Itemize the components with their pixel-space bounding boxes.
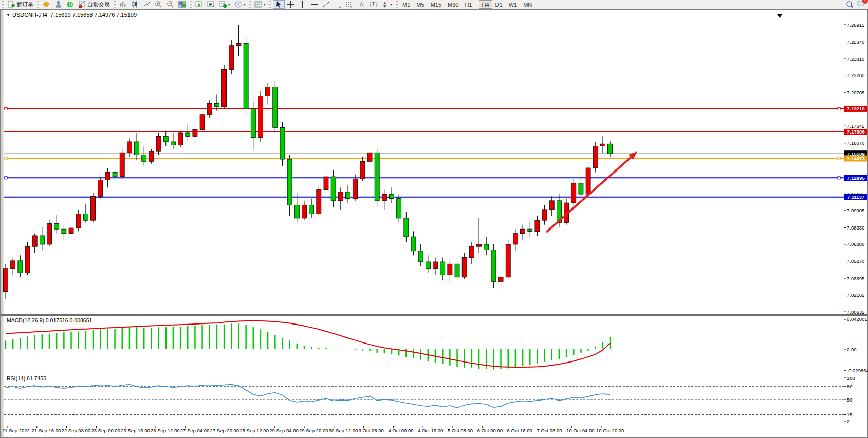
candle: [149, 151, 154, 161]
candle: [25, 246, 30, 273]
candle: [331, 177, 336, 201]
candle: [506, 244, 510, 277]
candle: [448, 264, 452, 275]
candle: [280, 127, 285, 159]
candle: [521, 229, 525, 234]
candle: [418, 251, 423, 262]
candle: [491, 250, 496, 282]
candle: [462, 257, 467, 277]
candle: [18, 261, 23, 273]
window-frame: [1, 10, 868, 438]
candle: [244, 43, 248, 109]
price-axis[interactable]: [844, 25, 867, 421]
candle: [302, 205, 306, 218]
price-tick-label: 7.20705: [847, 90, 864, 96]
price-badge-label: 7.14673: [847, 156, 864, 161]
candle: [69, 228, 73, 234]
candle: [266, 87, 270, 96]
candle: [54, 224, 59, 230]
candle: [528, 229, 532, 231]
macd-layer[interactable]: [6, 321, 610, 370]
price-tick-label: 7.05270: [847, 258, 864, 264]
candle: [353, 179, 358, 198]
price-tick-label: 7.00635: [847, 309, 864, 315]
chart-window[interactable]: 7.269157.253407.238107.222807.207057.176…: [0, 9, 868, 438]
price-badge-label: 7.19210: [847, 106, 864, 111]
candle: [404, 218, 409, 237]
candle: [214, 104, 219, 107]
candle: [469, 246, 474, 257]
candle: [98, 180, 103, 196]
candle: [62, 229, 66, 234]
line-anchor[interactable]: [838, 107, 840, 110]
candle: [345, 192, 350, 199]
date-label: 30 Sep 12:00: [329, 428, 358, 433]
candle: [477, 244, 482, 246]
date-label: 28 Sep 12:00: [239, 428, 269, 433]
macd-tick-label: -0.029864: [847, 368, 868, 373]
date-label: 7 Oct 08:00: [537, 428, 562, 433]
candle: [236, 43, 241, 45]
price-badge-label: 7.12895: [847, 175, 865, 181]
line-anchor[interactable]: [838, 157, 840, 160]
date-label: 23 Sep 00:00: [91, 428, 120, 433]
candle: [338, 192, 343, 201]
date-label: 21 Sep 16:00: [32, 428, 61, 433]
line-anchor[interactable]: [838, 177, 840, 179]
price-badge-label: 7.11137: [847, 194, 864, 200]
line-anchor[interactable]: [5, 177, 7, 179]
candle: [397, 199, 401, 218]
chart-title[interactable]: ▼USDCNH-,H4 7.15619 7.15658 7.14976 7.15…: [6, 12, 137, 18]
chart-canvas[interactable]: 7.269157.253407.238107.222807.207057.176…: [0, 0, 868, 438]
candle: [426, 262, 430, 269]
candle: [513, 234, 518, 244]
price-tick-label: 7.02165: [847, 292, 864, 298]
candle: [142, 155, 146, 162]
candle: [4, 269, 8, 292]
candle: [120, 153, 124, 177]
date-label: 22 Sep 08:00: [62, 428, 91, 433]
ohlc-values: 7.15619 7.15658 7.14976 7.15109: [50, 12, 137, 18]
date-label: 6 Oct 00:00: [477, 428, 503, 433]
candle: [294, 205, 299, 218]
candle: [608, 144, 613, 154]
price-tick-label: 7.09905: [847, 207, 864, 213]
candle: [484, 244, 489, 250]
candles-layer[interactable]: [4, 25, 613, 299]
line-anchor[interactable]: [5, 157, 7, 160]
collapse-triangle-icon[interactable]: ▼: [6, 13, 10, 17]
candle: [127, 142, 132, 153]
date-label: 10 Oct 04:00: [566, 428, 594, 433]
candle: [171, 142, 175, 145]
price-tick-label: 7.16070: [847, 140, 864, 146]
candle: [549, 201, 554, 210]
candle: [135, 142, 139, 155]
rsi-tick-label: 50: [847, 397, 853, 403]
trend-arrow-annotation[interactable]: [546, 151, 637, 232]
candle: [433, 262, 438, 269]
date-label: 5 Oct 08:00: [448, 428, 473, 433]
rsi-line: [6, 385, 610, 408]
candle: [105, 173, 110, 180]
candle: [251, 109, 255, 137]
candle: [586, 168, 590, 194]
price-tick-label: 7.22280: [847, 72, 864, 78]
candle: [317, 190, 321, 214]
price-tick-label: 7.23810: [847, 56, 864, 62]
candle: [113, 173, 117, 177]
rsi-indicator-label: RSI(14) 61.7455: [7, 375, 46, 382]
candle: [156, 136, 161, 151]
candle: [193, 130, 197, 137]
line-anchor[interactable]: [5, 107, 7, 110]
candle: [229, 46, 234, 70]
candle: [207, 104, 212, 115]
candle: [83, 214, 88, 220]
candle: [455, 264, 459, 277]
rsi-layer[interactable]: [4, 385, 844, 415]
candle: [222, 70, 227, 107]
price-tick-label: 7.26915: [847, 22, 864, 28]
date-label: 6 Oct 16:00: [507, 428, 532, 433]
chart-shift-marker-icon[interactable]: [777, 14, 782, 18]
candle: [367, 153, 372, 161]
macd-indicator-label: MACD(12,26,9) 0.017516 0.008651: [7, 317, 92, 323]
